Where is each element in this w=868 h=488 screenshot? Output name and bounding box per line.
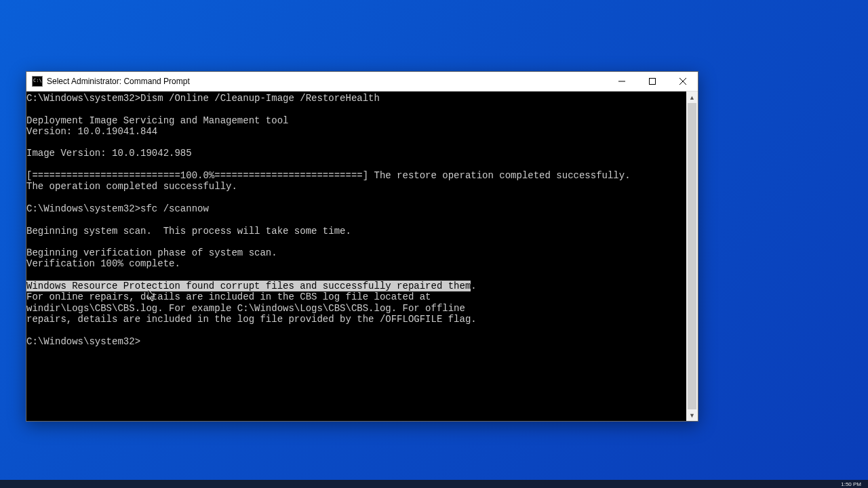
scroll-down-button[interactable]: ▼	[686, 409, 698, 421]
sfc-log-line-3: repairs, details are included in the log…	[26, 314, 477, 325]
svg-rect-0	[649, 79, 655, 85]
scroll-track[interactable]	[686, 103, 698, 409]
prompt: C:\Windows\system32>	[26, 93, 140, 104]
window-title: Select Administrator: Command Prompt	[47, 77, 606, 86]
dism-image-version-line: Image Version: 10.0.19042.985	[26, 148, 192, 159]
scroll-thumb[interactable]	[688, 103, 696, 409]
dism-progress-line: [==========================100.0%=======…	[26, 170, 631, 181]
sfc-begin-line: Beginning system scan. This process will…	[26, 226, 351, 237]
dism-success-line: The operation completed successfully.	[26, 181, 237, 192]
taskbar[interactable]: 1:50 PM	[0, 480, 868, 488]
titlebar[interactable]: C:\ Select Administrator: Command Prompt	[26, 72, 698, 92]
sfc-phase-line: Beginning verification phase of system s…	[26, 247, 277, 258]
scroll-up-button[interactable]: ▲	[686, 92, 698, 103]
prompt: C:\Windows\system32>	[26, 203, 140, 214]
sfc-log-line-2: windir\Logs\CBS\CBS.log. For example C:\…	[26, 303, 465, 314]
command-prompt-window: C:\ Select Administrator: Command Prompt…	[26, 71, 698, 422]
sfc-result-highlight: Windows Resource Protection found corrup…	[26, 281, 471, 291]
vertical-scrollbar[interactable]: ▲ ▼	[686, 92, 698, 421]
sfc-verify-line: Verification 100% complete.	[26, 258, 180, 269]
prompt: C:\Windows\system32>	[26, 336, 140, 347]
taskbar-clock[interactable]: 1:50 PM	[841, 481, 861, 487]
sfc-log-line-1: For online repairs, details are included…	[26, 291, 431, 302]
dism-version-line: Version: 10.0.19041.844	[26, 126, 157, 137]
terminal-body: C:\Windows\system32>Dism /Online /Cleanu…	[26, 92, 698, 421]
maximize-button[interactable]	[637, 72, 667, 91]
terminal-output[interactable]: C:\Windows\system32>Dism /Online /Cleanu…	[26, 92, 686, 421]
dism-tool-line: Deployment Image Servicing and Managemen…	[26, 115, 288, 126]
close-button[interactable]	[667, 72, 698, 91]
cmd-icon: C:\	[32, 76, 43, 87]
minimize-button[interactable]	[606, 72, 637, 91]
cmd-sfc: sfc /scannow	[140, 203, 209, 214]
cmd-dism: Dism /Online /Cleanup-Image /RestoreHeal…	[140, 93, 380, 104]
sfc-result-tail: .	[471, 281, 476, 291]
desktop: C:\ Select Administrator: Command Prompt…	[0, 0, 868, 488]
